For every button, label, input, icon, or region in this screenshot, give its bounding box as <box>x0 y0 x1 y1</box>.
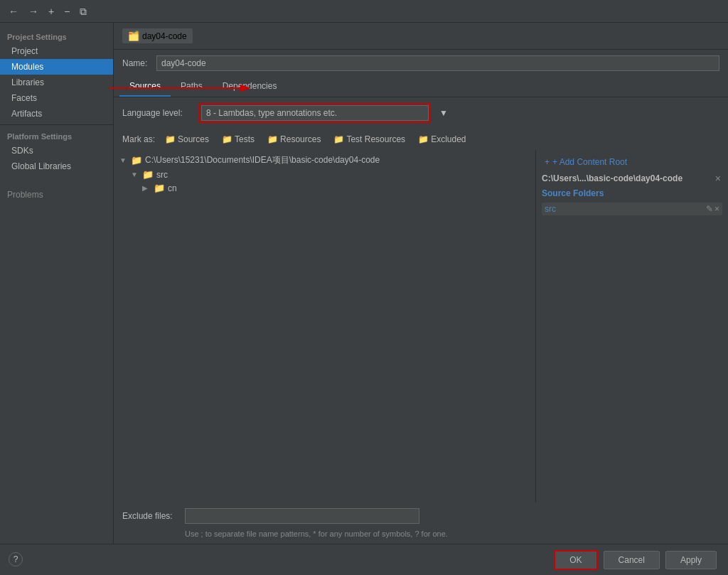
exclude-files-input[interactable] <box>185 508 419 524</box>
exclude-files-label: Exclude files: <box>122 511 179 521</box>
language-level-label: Language level: <box>122 108 193 118</box>
add-content-root-button[interactable]: + + Add Content Root <box>542 156 722 168</box>
root-folder-icon: 📁 <box>131 155 142 166</box>
project-settings-section: Project Settings <box>0 28 113 43</box>
sidebar: Project Settings Project Modules Librari… <box>0 23 114 544</box>
sidebar-item-global-libraries[interactable]: Global Libraries <box>0 158 113 174</box>
tree-toggle-cn[interactable]: ▶ <box>142 184 151 192</box>
sidebar-item-sdks[interactable]: SDKs <box>0 143 113 158</box>
exclude-files-hint: Use ; to separate file name patterns, * … <box>114 530 728 544</box>
mark-as-label: Mark as: <box>122 134 155 144</box>
help-button[interactable]: ? <box>9 552 23 566</box>
test-resources-folder-icon: 📁 <box>333 134 344 144</box>
mark-sources-button[interactable]: 📁 Sources <box>162 133 212 146</box>
sidebar-item-facets[interactable]: Facets <box>0 90 113 106</box>
tree-panel: ▼ 📁 C:\Users\15231\Documents\IDEA项目\basi… <box>114 150 728 503</box>
module-name: day04-code <box>142 31 187 41</box>
cancel-button[interactable]: Cancel <box>604 551 660 569</box>
tree-item-cn[interactable]: ▶ 📁 cn <box>114 181 535 195</box>
source-folder-delete-button[interactable]: × <box>714 204 719 214</box>
resources-folder-icon: 📁 <box>267 134 278 144</box>
sidebar-item-libraries[interactable]: Libraries <box>0 75 113 90</box>
name-row: Name: <box>114 50 728 77</box>
language-level-row: Language level: 8 - Lambdas, type annota… <box>114 97 728 129</box>
src-folder-icon: 📁 <box>142 169 154 180</box>
language-level-select[interactable]: 8 - Lambdas, type annotations etc. 7 - D… <box>201 105 429 121</box>
excluded-folder-icon: 📁 <box>418 134 429 144</box>
mark-resources-button[interactable]: 📁 Resources <box>264 133 323 146</box>
tab-paths[interactable]: Paths <box>171 77 213 97</box>
tab-bar: Sources Paths Dependencies <box>114 77 728 97</box>
sources-folder-icon: 📁 <box>165 134 176 144</box>
add-icon: + <box>545 157 550 167</box>
name-input[interactable] <box>156 55 719 71</box>
toolbar: ← → + − ⧉ <box>0 0 728 23</box>
back-button[interactable]: ← <box>6 5 21 18</box>
select-arrow-icon: ▼ <box>439 108 448 118</box>
module-header: 🗂️ day04-code <box>114 23 728 50</box>
mark-excluded-button[interactable]: 📁 Excluded <box>415 133 469 146</box>
content-area: 🗂️ day04-code Name: Sources Paths Depend… <box>114 23 728 544</box>
sidebar-item-problems[interactable]: Problems <box>0 186 113 204</box>
ok-button[interactable]: OK <box>554 550 597 570</box>
content-root-close-button[interactable]: × <box>714 173 722 184</box>
src-folder-label: src <box>156 170 168 180</box>
source-folder-text: src <box>545 204 556 214</box>
module-folder-icon: 🗂️ <box>128 31 139 41</box>
tree-item-root[interactable]: ▼ 📁 C:\Users\15231\Documents\IDEA项目\basi… <box>114 153 535 168</box>
name-label: Name: <box>122 58 151 68</box>
right-panel: + + Add Content Root C:\Users\...\basic-… <box>536 150 728 503</box>
cn-folder-icon: 📁 <box>154 183 165 193</box>
tab-sources[interactable]: Sources <box>119 77 171 97</box>
sidebar-item-modules[interactable]: Modules <box>0 59 113 75</box>
sidebar-item-project[interactable]: Project <box>0 43 113 59</box>
add-button[interactable]: + <box>46 5 57 18</box>
file-tree: ▼ 📁 C:\Users\15231\Documents\IDEA项目\basi… <box>114 150 536 503</box>
exclude-files-row: Exclude files: <box>114 503 728 530</box>
remove-button[interactable]: − <box>61 5 73 18</box>
root-folder-label: C:\Users\15231\Documents\IDEA项目\basic-co… <box>145 154 380 166</box>
tests-folder-icon: 📁 <box>222 134 232 144</box>
tab-dependencies[interactable]: Dependencies <box>213 77 287 97</box>
tree-toggle-src[interactable]: ▼ <box>131 171 139 178</box>
content-root-path: C:\Users\...\basic-code\day04-code × <box>542 173 722 184</box>
source-folder-actions: ✎ × <box>706 204 719 214</box>
module-item: 🗂️ day04-code <box>122 28 193 43</box>
dialog-footer: OK Cancel Apply <box>0 544 728 575</box>
tree-item-src[interactable]: ▼ 📁 src <box>114 168 535 181</box>
mark-as-row: Mark as: 📁 Sources 📁 Tests 📁 Resources 📁… <box>114 129 728 150</box>
source-folder-item: src ✎ × <box>542 203 722 215</box>
copy-button[interactable]: ⧉ <box>77 5 90 18</box>
platform-settings-section: Platform Settings <box>0 128 113 143</box>
language-level-select-wrapper: 8 - Lambdas, type annotations etc. 7 - D… <box>199 103 431 123</box>
apply-button[interactable]: Apply <box>665 551 717 569</box>
mark-tests-button[interactable]: 📁 Tests <box>219 133 257 146</box>
source-folder-edit-button[interactable]: ✎ <box>706 204 713 214</box>
forward-button[interactable]: → <box>26 5 41 18</box>
cn-folder-label: cn <box>168 183 177 193</box>
sidebar-item-artifacts[interactable]: Artifacts <box>0 106 113 122</box>
tree-toggle-root[interactable]: ▼ <box>119 156 128 164</box>
mark-test-resources-button[interactable]: 📁 Test Resources <box>331 133 408 146</box>
source-folders-label: Source Folders <box>542 188 722 198</box>
